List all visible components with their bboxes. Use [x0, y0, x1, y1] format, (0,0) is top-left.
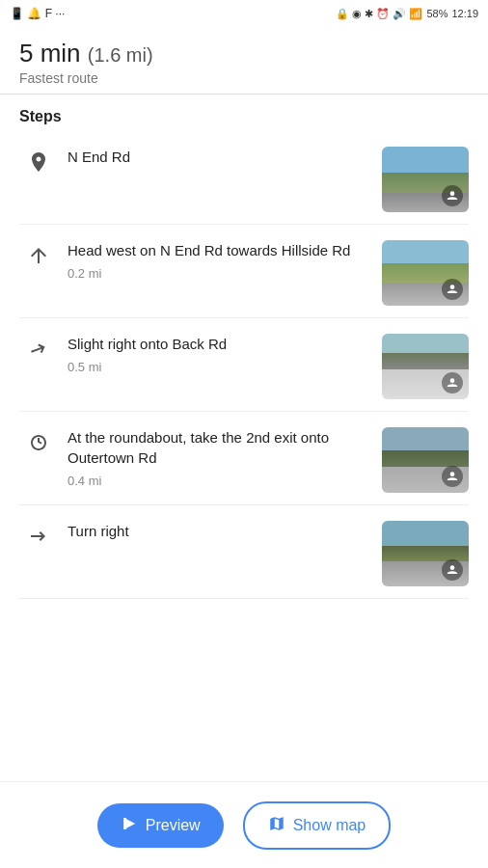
svg-point-3 [450, 472, 455, 476]
preview-label: Preview [146, 817, 201, 834]
step-distance-2: 0.2 mi [68, 266, 372, 281]
status-bar: 📱 🔔 F ··· 🔒 ◉ ✱ ⏰ 🔊 📶 58% 12:19 [0, 0, 488, 27]
step-content-2: Head west on N End Rd towards Hillside R… [58, 240, 382, 281]
notification-icons: 📱 🔔 F ··· [10, 7, 65, 20]
step-content-5: Turn right [58, 521, 382, 541]
preview-button[interactable]: Preview [97, 803, 224, 848]
show-map-button[interactable]: Show map [243, 801, 392, 850]
step-distance-4: 0.4 mi [68, 474, 372, 488]
streetview-icon-4 [442, 466, 463, 487]
step-item-4[interactable]: At the roundabout, take the 2nd exit ont… [19, 412, 469, 505]
map-icon [268, 815, 285, 836]
status-left-icons: 📱 🔔 F ··· [10, 7, 65, 20]
step-text-2: Head west on N End Rd towards Hillside R… [68, 240, 372, 260]
status-right-icons: 🔒 ◉ ✱ ⏰ 🔊 📶 58% 12:19 [336, 8, 478, 20]
steps-section: Steps N End Rd Head west on N End Rd tow… [0, 95, 488, 826]
distance-value: (1.6 mi) [88, 44, 153, 66]
route-time: 5 min (1.6 mi) [19, 39, 469, 68]
step-item-2[interactable]: Head west on N End Rd towards Hillside R… [19, 225, 469, 318]
steps-list[interactable]: N End Rd Head west on N End Rd towards H… [19, 131, 469, 826]
step-thumbnail-3[interactable] [382, 334, 469, 399]
streetview-icon-1 [442, 185, 463, 206]
battery-icon: 🔒 ◉ ✱ ⏰ 🔊 📶 [336, 8, 422, 20]
step-content-3: Slight right onto Back Rd 0.5 mi [58, 334, 382, 374]
step-text-3: Slight right onto Back Rd [68, 334, 372, 354]
step-distance-3: 0.5 mi [68, 360, 372, 374]
step-icon-turn-slight-right [19, 338, 58, 361]
step-item-1[interactable]: N End Rd [19, 131, 469, 225]
svg-rect-5 [123, 818, 126, 829]
svg-point-4 [450, 565, 455, 570]
step-text-4: At the roundabout, take the 2nd exit ont… [68, 427, 372, 468]
svg-point-1 [450, 285, 455, 289]
streetview-icon-2 [442, 279, 463, 300]
svg-point-2 [450, 378, 455, 383]
step-item-5[interactable]: Turn right [19, 505, 469, 599]
svg-point-0 [450, 191, 455, 196]
step-icon-turn-right [19, 525, 58, 548]
duration: 5 min [19, 39, 81, 68]
route-header: 5 min (1.6 mi) Fastest route [0, 27, 488, 95]
route-label: Fastest route [19, 70, 469, 86]
step-thumbnail-1[interactable] [382, 147, 469, 212]
step-content-1: N End Rd [58, 147, 382, 167]
show-map-label: Show map [293, 817, 366, 834]
streetview-icon-3 [442, 372, 463, 393]
step-icon-arrow-up [19, 244, 58, 267]
step-icon-roundabout [19, 431, 58, 454]
step-text-5: Turn right [68, 521, 372, 541]
time-display: 12:19 [451, 8, 478, 19]
step-icon-pin [19, 150, 58, 174]
streetview-icon-5 [442, 559, 463, 581]
step-content-4: At the roundabout, take the 2nd exit ont… [58, 427, 382, 488]
step-thumbnail-4[interactable] [382, 427, 469, 493]
step-thumbnail-5[interactable] [382, 521, 469, 586]
step-item-3[interactable]: Slight right onto Back Rd 0.5 mi [19, 318, 469, 412]
step-thumbnail-2[interactable] [382, 240, 469, 306]
steps-title: Steps [19, 108, 469, 125]
battery-percent: 58% [426, 8, 447, 19]
bottom-bar: Preview Show map [0, 781, 488, 868]
preview-icon [121, 815, 138, 836]
step-text-1: N End Rd [68, 147, 372, 167]
